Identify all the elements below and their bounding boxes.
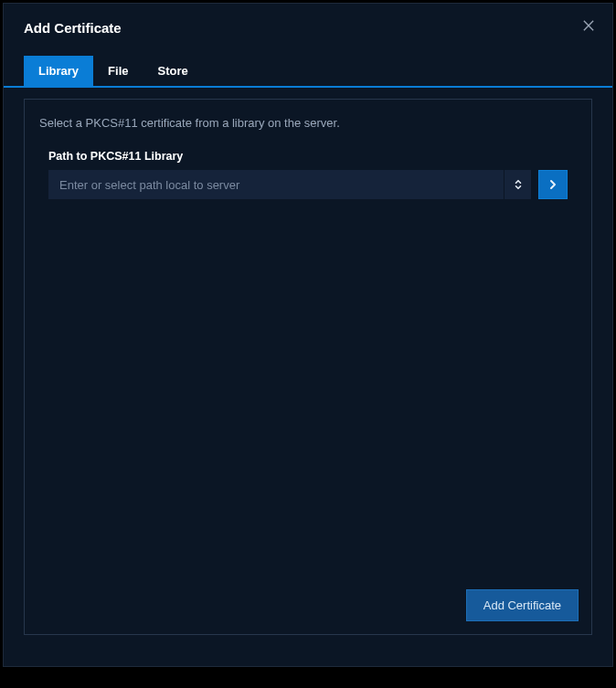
panel-footer: Add Certificate (466, 589, 579, 621)
close-button[interactable] (579, 16, 598, 35)
library-path-input[interactable] (48, 170, 504, 199)
tab-library[interactable]: Library (24, 56, 93, 86)
library-path-field: Path to PKCS#11 Library (25, 135, 591, 199)
add-certificate-dialog: Add Certificate Library File Store Selec… (3, 3, 613, 667)
library-path-combobox (48, 170, 531, 199)
tab-panel-library: Select a PKCS#11 certificate from a libr… (24, 99, 592, 635)
tab-file[interactable]: File (93, 56, 143, 86)
close-icon (583, 20, 594, 31)
chevron-right-icon (547, 179, 558, 190)
library-path-label: Path to PKCS#11 Library (48, 150, 568, 163)
tab-store[interactable]: Store (143, 56, 202, 86)
panel-description: Select a PKCS#11 certificate from a libr… (25, 100, 591, 135)
library-path-row (48, 170, 568, 199)
dialog-title: Add Certificate (24, 20, 592, 36)
tabs: Library File Store (4, 56, 612, 88)
up-down-chevron-icon (513, 179, 524, 190)
load-library-button[interactable] (538, 170, 568, 199)
dialog-header: Add Certificate (4, 4, 612, 47)
add-certificate-button[interactable]: Add Certificate (466, 589, 579, 621)
library-path-dropdown-toggle[interactable] (504, 170, 531, 199)
